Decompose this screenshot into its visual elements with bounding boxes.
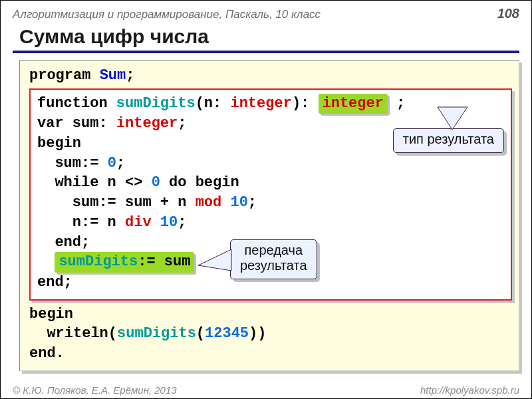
callout-pass-result-l1: передача <box>244 243 303 257</box>
code-line-1: function sumDigits(n: integer): integer … <box>37 94 504 114</box>
kw-function: function <box>37 95 116 112</box>
code-line-end: end. <box>29 344 512 364</box>
l7-pre: n:= n <box>37 214 125 231</box>
return-type-highlight: integer <box>319 94 388 114</box>
callout-pass-result: передача результата <box>230 239 317 279</box>
kw-begin: begin <box>37 135 81 152</box>
write-rp: )) <box>249 325 266 342</box>
write-pre: writeln( <box>29 325 117 342</box>
callout-type-result: тип результата <box>393 128 504 153</box>
return-type: integer <box>323 95 384 112</box>
kw-end-main: end. <box>29 345 65 362</box>
callout-pass-result-l2: результата <box>240 258 307 273</box>
slide: Алгоритмизация и программирование, Паска… <box>0 0 532 399</box>
kw-begin-main: begin <box>29 306 73 323</box>
lparen: (n: <box>196 95 231 112</box>
write-lp: ( <box>196 325 205 342</box>
topbar: Алгоритмизация и программирование, Паска… <box>1 1 531 23</box>
assign-highlight: sumDigits:= sum <box>55 252 194 273</box>
code-box-inner: function sumDigits(n: integer): integer … <box>29 88 512 301</box>
semi-2: ; <box>178 115 186 132</box>
after-return: ; <box>388 95 405 112</box>
program-name: Sum <box>100 67 126 84</box>
code-line-4: sum:= 0; <box>37 154 504 174</box>
footer-authors: © К.Ю. Поляков, Е.А. Ерёмин, 2013 <box>13 384 420 396</box>
code-line-5: while n <> 0 do begin <box>37 173 504 193</box>
l4-zero: 0 <box>108 155 116 172</box>
kw-div: div <box>125 214 152 231</box>
fn-name: sumDigits <box>116 95 196 112</box>
l6-pre: sum:= sum + n <box>37 194 196 211</box>
code-line-6: sum:= sum + n mod 10; <box>37 193 504 213</box>
code-line-7: n:= n div 10; <box>37 213 504 233</box>
rparen: ): <box>292 95 309 112</box>
assign-fn: sumDigits <box>59 253 138 270</box>
l4-semi: ; <box>116 155 125 172</box>
write-arg: 12345 <box>205 325 249 342</box>
kw-end-inner: end; <box>37 234 90 251</box>
var-type: integer <box>116 115 178 132</box>
page-number: 108 <box>497 6 519 21</box>
course-title: Алгоритмизация и программирование, Паска… <box>13 8 497 21</box>
code-line-begin: begin <box>29 305 512 325</box>
l7-ten: 10 <box>160 214 178 231</box>
l4-pre: sum:= <box>37 155 108 172</box>
code-line-program: program Sum; <box>29 66 512 86</box>
footer: © К.Ю. Поляков, Е.А. Ерёмин, 2013 http:/… <box>1 384 531 396</box>
assign-op: := sum <box>138 253 190 270</box>
title-underline <box>13 51 519 53</box>
l5-zero: 0 <box>152 174 160 191</box>
param-type: integer <box>230 95 291 112</box>
kw-var: var sum: <box>37 115 116 132</box>
slide-title: Сумма цифр числа <box>19 25 519 48</box>
kw-program: program <box>29 67 100 84</box>
code-line-writeln: writeln(sumDigits(12345)) <box>29 324 512 344</box>
kw-end-fn: end; <box>37 274 72 291</box>
semicolon: ; <box>126 67 134 84</box>
l6-semi: ; <box>248 194 257 211</box>
footer-url: http://kpolyakov.spb.ru <box>420 384 519 396</box>
callout-type-result-text: тип результата <box>403 132 494 146</box>
l7-semi: ; <box>178 214 186 231</box>
write-fn: sumDigits <box>117 325 196 342</box>
kw-mod: mod <box>196 194 222 211</box>
l5-pre: while n <> <box>37 174 152 191</box>
l6-ten: 10 <box>230 194 247 211</box>
l5-do: do begin <box>160 174 239 191</box>
code-box-outer: program Sum; function sumDigits(n: integ… <box>19 60 519 371</box>
